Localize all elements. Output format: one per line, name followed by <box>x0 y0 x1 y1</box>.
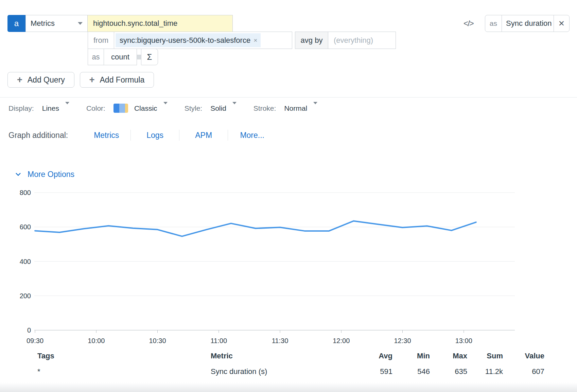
caret-down-icon[interactable] <box>232 104 237 112</box>
metric-cell: Sync duration (s) <box>211 367 355 377</box>
color-palette-swatch[interactable] <box>113 104 128 113</box>
alias-as-label: as <box>485 15 502 32</box>
style-label: Style: <box>185 104 203 112</box>
metric-source-label: Metrics <box>31 19 55 28</box>
value-cell: 607 <box>503 367 544 377</box>
as-count-button[interactable]: count <box>104 49 137 65</box>
timeseries-chart[interactable]: 020040060080009:3010:0010:3011:0011:3012… <box>15 186 545 345</box>
svg-text:200: 200 <box>20 292 31 300</box>
filter-tag[interactable]: sync:bigquery-users-500k-to-salesforce × <box>116 33 261 47</box>
graph-additional-more-link[interactable]: More... <box>228 131 276 140</box>
more-options-label: More Options <box>28 170 74 179</box>
value-column-header: Value <box>503 352 544 367</box>
graph-additional-label: Graph additional: <box>8 131 68 140</box>
plus-icon: + <box>17 75 22 85</box>
color-select[interactable]: Classic <box>134 104 157 112</box>
code-editor-icon[interactable]: </> <box>464 19 473 28</box>
summary-table: Tags Metric Avg Min Max Sum Value * Sync… <box>14 352 563 377</box>
display-label: Display: <box>8 104 34 112</box>
header-spacer <box>14 356 37 363</box>
min-cell: 546 <box>392 367 430 377</box>
tags-column-header: Tags <box>37 352 211 367</box>
add-formula-button[interactable]: + Add Formula <box>80 72 154 88</box>
style-select[interactable]: Solid <box>210 104 226 112</box>
caret-down-icon[interactable] <box>163 104 168 112</box>
svg-text:11:00: 11:00 <box>210 337 227 344</box>
spacer <box>233 15 464 32</box>
as-label: as <box>88 49 104 65</box>
display-select[interactable]: Lines <box>42 104 59 112</box>
avg-cell: 591 <box>355 367 392 377</box>
max-column-header: Max <box>430 352 467 367</box>
caret-down-icon <box>78 22 83 25</box>
svg-text:800: 800 <box>20 189 31 196</box>
remove-tag-icon[interactable]: × <box>253 37 257 44</box>
svg-text:13:00: 13:00 <box>455 337 472 344</box>
svg-text:09:30: 09:30 <box>27 337 43 344</box>
sum-cell: 11.2k <box>467 367 503 377</box>
plus-icon: + <box>89 75 95 85</box>
add-formula-label: Add Formula <box>100 75 145 85</box>
svg-text:12:30: 12:30 <box>394 337 411 344</box>
tag-cell: * <box>37 367 211 377</box>
graph-additional-row: Graph additional: Metrics Logs APM More.… <box>8 130 577 141</box>
add-query-button[interactable]: + Add Query <box>7 72 74 88</box>
svg-text:12:00: 12:00 <box>333 337 350 344</box>
svg-text:10:00: 10:00 <box>88 337 105 344</box>
caret-down-icon[interactable] <box>313 104 317 112</box>
query-actions: + Add Query + Add Formula <box>7 72 577 88</box>
query-row: a Metrics hightouch.sync.total_time </> … <box>7 15 570 32</box>
alias-group: as Sync duration (s) ✕ <box>485 15 570 32</box>
group-by-input[interactable]: (everything) <box>328 32 396 49</box>
max-cell: 635 <box>430 367 467 377</box>
sum-column-header: Sum <box>467 352 503 367</box>
metric-name-input[interactable]: hightouch.sync.total_time <box>87 15 233 32</box>
graph-additional-logs-link[interactable]: Logs <box>131 131 179 140</box>
graph-additional-apm-link[interactable]: APM <box>179 131 228 140</box>
filter-tag-label: sync:bigquery-users-500k-to-salesforce <box>120 36 250 45</box>
from-filter-input[interactable]: sync:bigquery-users-500k-to-salesforce × <box>114 32 292 49</box>
color-label: Color: <box>86 104 105 112</box>
min-column-header: Min <box>392 352 430 367</box>
stroke-select[interactable]: Normal <box>284 104 307 112</box>
svg-text:0: 0 <box>27 326 31 334</box>
aggregator-button[interactable]: avg by <box>295 32 328 49</box>
avg-column-header: Avg <box>355 352 392 367</box>
sigma-function-button[interactable]: Σ <box>141 49 158 65</box>
caret-down-icon[interactable] <box>65 104 69 112</box>
table-row[interactable] <box>14 367 37 377</box>
bottom-fade <box>0 382 577 392</box>
from-label: from <box>88 32 114 49</box>
add-query-label: Add Query <box>28 75 65 85</box>
graph-additional-metrics-link[interactable]: Metrics <box>82 131 130 140</box>
svg-text:11:30: 11:30 <box>272 337 288 344</box>
query-as-row: as count Σ <box>88 49 577 65</box>
svg-text:400: 400 <box>20 258 31 265</box>
svg-text:600: 600 <box>20 223 31 231</box>
alias-input[interactable]: Sync duration (s) <box>502 15 554 32</box>
chart-area: 020040060080009:3010:0010:3011:0011:3012… <box>15 186 577 345</box>
stroke-label: Stroke: <box>253 104 276 112</box>
display-options-row: Display: Lines Color: Classic Style: Sol… <box>0 97 577 113</box>
query-from-row: from sync:bigquery-users-500k-to-salesfo… <box>88 32 577 49</box>
more-options-toggle[interactable]: More Options <box>16 170 577 179</box>
metric-column-header: Metric <box>211 352 355 367</box>
chevron-down-icon <box>16 171 21 176</box>
connector <box>137 55 141 59</box>
svg-text:10:30: 10:30 <box>149 337 166 344</box>
query-letter-badge: a <box>7 15 25 32</box>
close-icon[interactable]: ✕ <box>554 15 569 32</box>
metric-source-select[interactable]: Metrics <box>25 15 88 32</box>
